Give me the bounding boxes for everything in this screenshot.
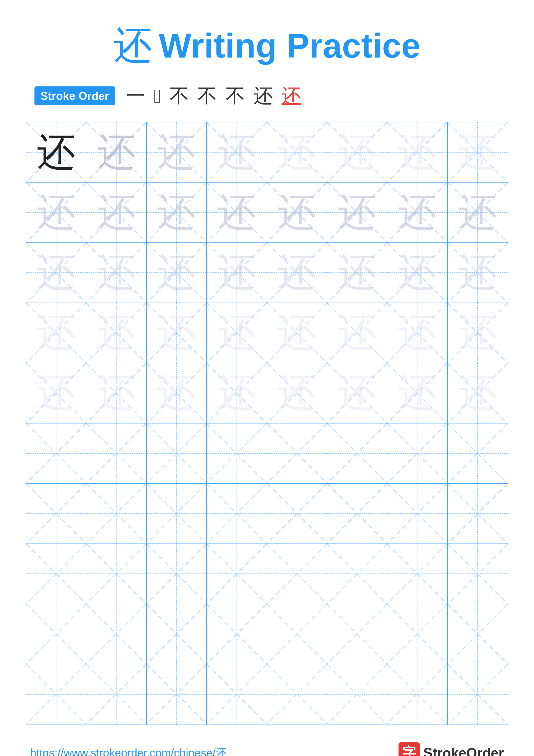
grid-cell[interactable]	[87, 423, 146, 484]
svg-line-129	[26, 604, 86, 664]
grid-cell[interactable]: 还	[387, 303, 447, 363]
grid-cell[interactable]	[387, 664, 447, 724]
grid-cell[interactable]	[447, 604, 508, 664]
footer-url[interactable]: https://www.strokeorder.com/chinese/还	[30, 745, 227, 756]
grid-cell[interactable]	[147, 604, 207, 664]
svg-line-104	[267, 484, 327, 543]
grid-cell[interactable]	[207, 544, 267, 604]
grid-cell[interactable]: 还	[26, 122, 87, 182]
svg-line-116	[147, 544, 206, 604]
grid-cell[interactable]	[267, 604, 327, 664]
grid-cell[interactable]	[327, 664, 387, 724]
grid-cell[interactable]: 还	[26, 363, 87, 423]
grid-cell[interactable]	[447, 423, 508, 484]
svg-line-136	[267, 604, 327, 664]
grid-cell[interactable]	[147, 423, 207, 484]
grid-cell[interactable]	[147, 664, 207, 724]
page: 还 Writing Practice Stroke Order 一 𠃌 不 不 …	[0, 0, 534, 756]
grid-cell[interactable]	[147, 484, 207, 544]
grid-cell[interactable]: 还	[327, 122, 387, 182]
grid-cell[interactable]	[26, 484, 87, 544]
svg-line-121	[267, 544, 327, 604]
svg-line-124	[387, 544, 447, 604]
grid-cell[interactable]	[147, 544, 207, 604]
grid-cell[interactable]: 还	[87, 122, 146, 182]
grid-cell[interactable]: 还	[267, 363, 327, 423]
grid-cell[interactable]: 还	[387, 122, 447, 182]
grid-cell[interactable]: 还	[87, 182, 146, 243]
grid-cell[interactable]	[447, 544, 508, 604]
grid-cell[interactable]	[327, 544, 387, 604]
grid-cell[interactable]	[267, 664, 327, 724]
grid-cell[interactable]	[387, 484, 447, 544]
svg-line-120	[267, 544, 327, 604]
grid-cell[interactable]: 还	[87, 243, 146, 303]
grid-cell[interactable]: 还	[26, 303, 87, 363]
grid-cell[interactable]: 还	[447, 243, 508, 303]
grid-cell[interactable]	[447, 664, 508, 724]
grid-cell[interactable]: 还	[207, 363, 267, 423]
grid-cell[interactable]	[267, 484, 327, 544]
grid-cell[interactable]	[387, 604, 447, 664]
grid-cell[interactable]: 还	[267, 122, 327, 182]
grid-cell[interactable]: 还	[87, 363, 146, 423]
grid-cell[interactable]	[267, 544, 327, 604]
grid-cell[interactable]: 还	[207, 182, 267, 243]
grid-cell[interactable]	[387, 544, 447, 604]
grid-cell[interactable]	[87, 664, 146, 724]
grid-cell[interactable]: 还	[267, 182, 327, 243]
grid-cell[interactable]	[207, 423, 267, 484]
grid-cell[interactable]	[26, 423, 87, 484]
grid-cell[interactable]: 还	[26, 182, 87, 243]
practice-char: 还	[97, 374, 136, 413]
practice-char: 还	[37, 133, 76, 172]
grid-cell[interactable]	[327, 423, 387, 484]
grid-cell[interactable]: 还	[26, 243, 87, 303]
grid-row	[26, 604, 508, 664]
grid-cell[interactable]: 还	[267, 303, 327, 363]
stroke-4: 不	[197, 83, 217, 109]
grid-cell[interactable]	[207, 604, 267, 664]
grid-cell[interactable]	[207, 664, 267, 724]
grid-cell[interactable]: 还	[447, 182, 508, 243]
grid-cell[interactable]: 还	[387, 243, 447, 303]
grid-cell[interactable]	[327, 604, 387, 664]
grid-cell[interactable]: 还	[327, 182, 387, 243]
svg-line-97	[26, 484, 86, 543]
grid-cell[interactable]: 还	[207, 303, 267, 363]
grid-cell[interactable]	[26, 544, 87, 604]
grid-cell[interactable]	[87, 604, 146, 664]
grid-cell[interactable]: 还	[267, 243, 327, 303]
practice-char: 还	[97, 193, 136, 232]
grid-cell[interactable]: 还	[447, 122, 508, 182]
grid-cell[interactable]	[26, 664, 87, 724]
svg-line-110	[447, 484, 508, 544]
practice-char: 还	[398, 253, 437, 292]
grid-cell[interactable]	[87, 544, 146, 604]
grid-cell[interactable]: 还	[327, 243, 387, 303]
grid-cell[interactable]: 还	[387, 182, 447, 243]
grid-cell[interactable]: 还	[207, 122, 267, 182]
grid-cell[interactable]: 还	[87, 303, 146, 363]
practice-char: 还	[277, 253, 316, 292]
grid-cell[interactable]: 还	[447, 363, 508, 423]
svg-line-122	[327, 544, 387, 604]
grid-cell[interactable]	[267, 423, 327, 484]
grid-cell[interactable]	[387, 423, 447, 484]
grid-cell[interactable]: 还	[387, 363, 447, 423]
grid-cell[interactable]	[87, 484, 146, 544]
grid-cell[interactable]: 还	[327, 303, 387, 363]
grid-cell[interactable]: 还	[147, 243, 207, 303]
grid-cell[interactable]	[327, 484, 387, 544]
grid-cell[interactable]: 还	[327, 363, 387, 423]
grid-cell[interactable]: 还	[147, 363, 207, 423]
grid-cell[interactable]: 还	[207, 243, 267, 303]
grid-cell[interactable]: 还	[447, 303, 508, 363]
grid-cell[interactable]	[26, 604, 87, 664]
svg-line-153	[267, 664, 327, 724]
grid-cell[interactable]: 还	[147, 122, 207, 182]
grid-cell[interactable]	[447, 484, 508, 544]
grid-cell[interactable]	[207, 484, 267, 544]
grid-cell[interactable]: 还	[147, 303, 207, 363]
grid-cell[interactable]: 还	[147, 182, 207, 243]
